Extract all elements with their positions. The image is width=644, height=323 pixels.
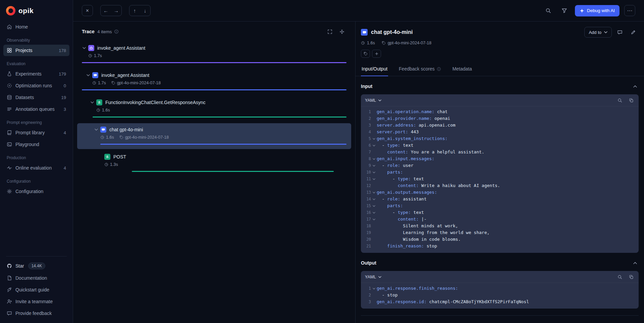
sidebar-item-annotation-queues[interactable]: Annotation queues 3 (3, 103, 69, 115)
edit-button[interactable] (628, 27, 639, 38)
trace-nav-group: ← → (100, 5, 122, 16)
code-text: Learning from the world we share, (377, 229, 490, 236)
move-icon (339, 29, 344, 34)
fold-chevron-icon[interactable] (371, 209, 377, 216)
chevron-down-icon (378, 99, 381, 101)
line-number: 2 (361, 115, 371, 122)
copy-button[interactable] (628, 97, 635, 104)
span-duration: 1.6s (106, 135, 114, 140)
info-icon (437, 67, 441, 71)
sidebar-item-invite[interactable]: Invite a teammate (3, 295, 69, 307)
line-number: 12 (361, 182, 371, 189)
output-section-title: Output (361, 260, 376, 266)
span-bar (82, 62, 346, 63)
collapse-output-button[interactable] (631, 259, 639, 267)
sidebar-item-documentation[interactable]: Documentation (3, 272, 69, 284)
chevron-down-icon[interactable] (82, 47, 87, 49)
collapse-input-button[interactable] (631, 83, 639, 90)
next-span-button[interactable]: ↓ (140, 5, 150, 16)
yaml-format-select[interactable]: YAML (365, 98, 381, 103)
sidebar-item-feedback[interactable]: Provide feedback (3, 307, 69, 319)
chevron-down-icon[interactable] (90, 101, 95, 103)
line-number: 2 (361, 292, 371, 298)
sidebar-item-online-evaluation[interactable]: Online evaluation 4 (3, 162, 69, 174)
code-line: 8gen_ai.input.messages: (361, 155, 639, 162)
code-text: server.port: 443 (377, 129, 419, 135)
annotation-queues-count: 3 (64, 107, 66, 112)
debug-with-ai-button[interactable]: Debug with AI (575, 5, 620, 16)
copy-button[interactable] (628, 274, 635, 280)
detail-tabs: Input/Output Feedback scores Metadata (356, 63, 644, 76)
search-button[interactable] (543, 5, 554, 16)
filter-button[interactable] (559, 5, 570, 16)
code-text: gen_ai.operation.name: chat (377, 108, 447, 115)
sidebar-nav: Home Observability Projects 178 Evaluati… (0, 21, 73, 197)
fold-chevron-icon[interactable] (371, 142, 377, 149)
sidebar-item-optimization-runs[interactable]: Optimization runs 0 (3, 80, 69, 91)
line-number: 20 (361, 236, 371, 243)
span-duration: 1.3s (110, 162, 118, 167)
fold-chevron-icon[interactable] (371, 155, 377, 162)
line-number: 19 (361, 229, 371, 236)
code-text: content: |- (377, 216, 427, 223)
add-tag-button[interactable] (361, 50, 370, 58)
fold-chevron-icon[interactable] (371, 135, 377, 142)
chevron-down-icon (604, 31, 607, 33)
github-star-button[interactable]: Star 14.4K (3, 260, 69, 272)
sidebar-item-home[interactable]: Home (3, 21, 69, 33)
close-trace-button[interactable]: × (82, 5, 93, 16)
code-search-button[interactable] (616, 274, 623, 280)
sidebar-item-datasets[interactable]: Datasets 19 (3, 92, 69, 103)
section-label-configuration: Configuration (7, 179, 66, 184)
trace-row-invoke-agent-2[interactable]: invoke_agent Assistant 1.7s gpt-4o-mini-… (77, 69, 351, 95)
yaml-format-select[interactable]: YAML (365, 275, 381, 279)
tab-input-output[interactable]: Input/Output (361, 63, 388, 76)
fold-chevron-icon[interactable] (371, 169, 377, 176)
previous-trace-button[interactable]: ← (101, 5, 111, 16)
code-line: 10 parts: (361, 169, 639, 176)
next-trace-button[interactable]: → (111, 5, 121, 16)
arrow-up-icon: ↑ (133, 8, 136, 13)
document-icon (7, 275, 12, 281)
add-to-button[interactable]: Add to (584, 27, 612, 38)
trace-row-getresponseasync[interactable]: FunctionInvokingChatClient.GetResponseAs… (77, 96, 351, 122)
expand-all-button[interactable] (337, 27, 346, 36)
fold-chevron-icon[interactable] (371, 162, 377, 169)
tab-feedback-scores[interactable]: Feedback scores (398, 63, 442, 76)
span-model: gpt-4o-mini-2024-07-18 (125, 135, 169, 140)
line-number: 5 (361, 135, 371, 142)
fold-chevron-icon[interactable] (371, 285, 377, 292)
fold-chevron-icon[interactable] (371, 196, 377, 202)
sidebar-item-configuration[interactable]: Configuration (3, 186, 69, 197)
more-actions-button[interactable]: ⋯ (624, 5, 635, 16)
add-button[interactable] (372, 50, 381, 58)
fold-chevron-icon[interactable] (371, 216, 377, 223)
fit-view-button[interactable] (325, 27, 334, 36)
fold-chevron-icon[interactable] (371, 176, 377, 182)
sidebar-item-projects[interactable]: Projects 178 (3, 45, 69, 56)
span-duration: 1.6s (102, 108, 110, 112)
sidebar-item-playground[interactable]: Playground (3, 139, 69, 150)
fold-chevron-icon[interactable] (371, 202, 377, 209)
code-search-button[interactable] (616, 97, 623, 104)
chevron-down-icon[interactable] (86, 74, 91, 76)
code-line: 14 - role: assistant (361, 196, 639, 202)
sidebar-item-prompt-library[interactable]: Prompt library 4 (3, 127, 69, 138)
previous-span-button[interactable]: ↑ (129, 5, 140, 16)
trace-row-invoke-agent-1[interactable]: invoke_agent Assistant 1.7s (77, 42, 351, 67)
queue-list-icon (7, 106, 12, 112)
code-text: - role: assistant (377, 196, 427, 202)
app-logo[interactable]: opik (0, 0, 73, 21)
fold-chevron-icon[interactable] (371, 189, 377, 196)
trace-row-chat-gpt-4o-mini[interactable]: chat gpt-4o-mini 1.6s gpt-4o-mini-2024-0… (77, 123, 351, 149)
chevron-down-icon[interactable] (94, 129, 99, 131)
sidebar-item-quickstart[interactable]: Quickstart guide (3, 284, 69, 295)
sidebar-item-experiments[interactable]: Experiments 179 (3, 68, 69, 80)
code-text: gen_ai.provider.name: openai (377, 115, 450, 122)
comments-button[interactable] (614, 27, 625, 38)
agent-span-icon (88, 45, 94, 51)
section-label-observability: Observability (7, 38, 66, 43)
tab-metadata[interactable]: Metadata (452, 63, 473, 76)
span-timeline (82, 170, 346, 173)
trace-row-post[interactable]: POST 1.3s (77, 150, 351, 176)
